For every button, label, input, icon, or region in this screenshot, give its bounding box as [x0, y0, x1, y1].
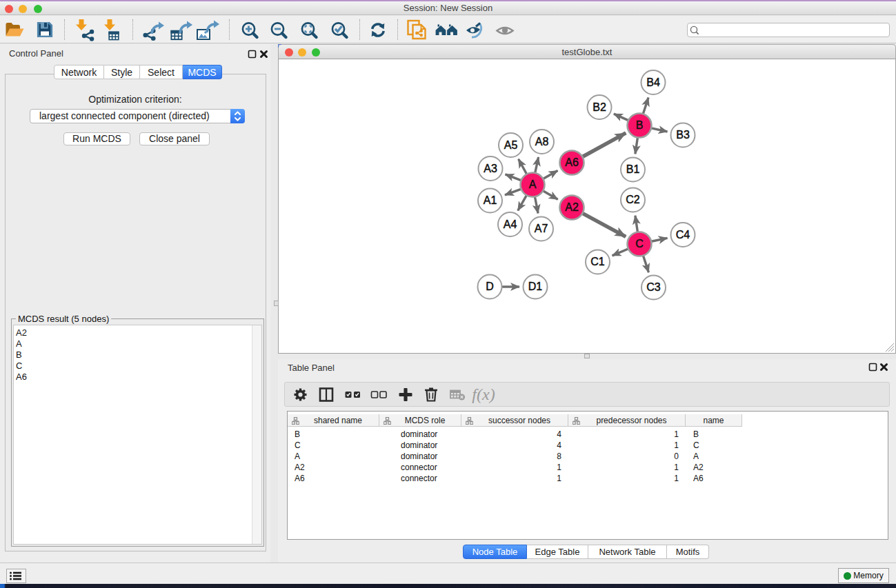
svg-text:A8: A8 — [535, 136, 549, 148]
svg-text:B: B — [636, 119, 644, 131]
svg-text:f(x): f(x) — [472, 385, 495, 403]
svg-text:B4: B4 — [646, 77, 660, 88]
svg-text:C1: C1 — [590, 256, 605, 267]
svg-text:C: C — [635, 238, 644, 250]
svg-text:B1: B1 — [626, 163, 640, 175]
svg-text:A7: A7 — [535, 223, 548, 234]
svg-text:A1: A1 — [484, 194, 497, 206]
svg-text:B3: B3 — [676, 129, 690, 141]
svg-text:C3: C3 — [646, 281, 661, 293]
svg-text:C2: C2 — [626, 194, 640, 205]
svg-text:A4: A4 — [504, 219, 517, 230]
svg-text:A2: A2 — [565, 201, 579, 213]
svg-text:C4: C4 — [676, 229, 690, 241]
svg-text:A5: A5 — [504, 139, 518, 151]
svg-text:D: D — [486, 281, 494, 292]
svg-text:B2: B2 — [593, 101, 606, 113]
svg-text:D1: D1 — [528, 281, 543, 292]
svg-text:A: A — [529, 179, 537, 190]
svg-text:A6: A6 — [565, 156, 579, 168]
svg-text:A3: A3 — [484, 163, 497, 174]
